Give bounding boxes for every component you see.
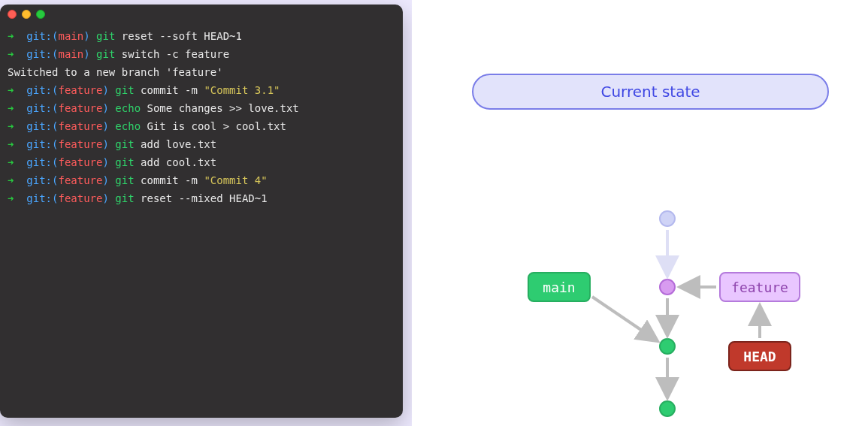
commit-node-purple xyxy=(659,279,676,295)
commit-node-green-2 xyxy=(659,400,676,417)
commit-node-faded xyxy=(659,210,676,227)
left-panel: ➜ git:(main) git reset --soft HEAD~1➜ gi… xyxy=(0,0,412,426)
diagram-panel: Current state main feature HEAD xyxy=(412,0,868,426)
state-title: Current state xyxy=(472,74,829,110)
window-titlebar xyxy=(0,5,403,24)
zoom-icon[interactable] xyxy=(36,10,45,19)
minimize-icon[interactable] xyxy=(22,10,31,19)
diagram-arrows xyxy=(412,0,868,426)
close-icon[interactable] xyxy=(8,10,17,19)
commit-node-green-1 xyxy=(659,338,676,355)
terminal-body: ➜ git:(main) git reset --soft HEAD~1➜ gi… xyxy=(0,24,403,215)
branch-label-main: main xyxy=(528,272,591,302)
branch-label-feature: feature xyxy=(719,272,800,302)
head-label: HEAD xyxy=(728,341,791,371)
terminal-window: ➜ git:(main) git reset --soft HEAD~1➜ gi… xyxy=(0,5,403,418)
svg-line-3 xyxy=(592,297,655,340)
